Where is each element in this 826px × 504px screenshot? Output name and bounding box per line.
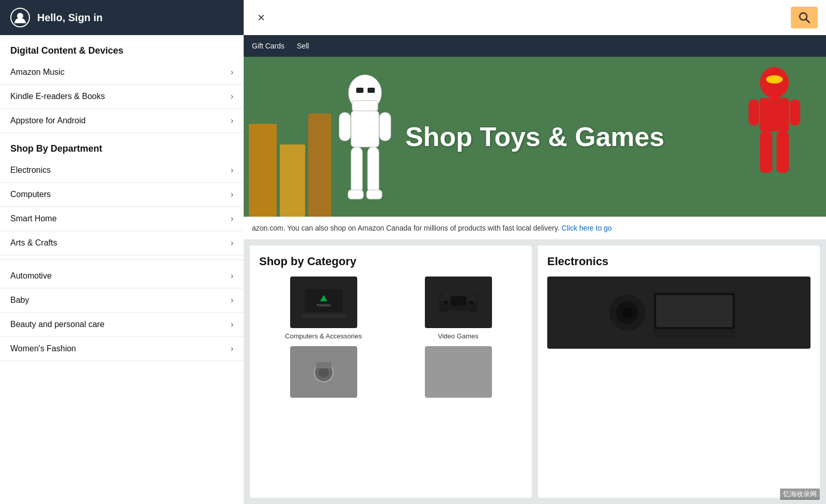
- chevron-icon: ›: [231, 92, 233, 101]
- svg-rect-12: [348, 190, 363, 199]
- electronics-title: Electronics: [547, 255, 811, 268]
- menu-item-appstore[interactable]: Appstore for Android ›: [0, 109, 244, 133]
- chevron-icon: ›: [231, 68, 233, 77]
- svg-rect-19: [776, 132, 789, 173]
- svg-rect-17: [790, 100, 800, 125]
- menu-item-automotive[interactable]: Automotive ›: [0, 264, 244, 288]
- menu-item-kindle-label: Kindle E-readers & Books: [10, 92, 105, 101]
- hero-banner: Shop Toys & Games: [244, 57, 826, 217]
- menu-item-baby-label: Baby: [10, 296, 29, 305]
- promo-text: azon.com. You can also shop on Amazon Ca…: [252, 224, 560, 232]
- chevron-icon: ›: [231, 166, 233, 175]
- svg-point-29: [468, 300, 474, 306]
- menu-item-baby[interactable]: Baby ›: [0, 288, 244, 313]
- svg-rect-15: [760, 98, 789, 132]
- camera-svg: [308, 358, 339, 386]
- menu-item-smart-home-label: Smart Home: [10, 214, 57, 223]
- menu-item-beauty-label: Beauty and personal care: [10, 320, 104, 329]
- menu-item-amazon-music-label: Amazon Music: [10, 68, 65, 77]
- svg-rect-25: [301, 314, 346, 318]
- menu-item-electronics[interactable]: Electronics ›: [0, 158, 244, 183]
- svg-rect-10: [351, 147, 362, 193]
- sidebar: Hello, Sign in Digital Content & Devices…: [0, 0, 244, 504]
- menu-item-computers-label: Computers: [10, 190, 51, 199]
- svg-rect-4: [352, 101, 378, 111]
- menu-divider: [0, 259, 244, 260]
- category-item-computers[interactable]: Predator Computers & Accessories: [259, 277, 388, 340]
- svg-rect-16: [749, 100, 759, 125]
- chevron-icon: ›: [231, 320, 233, 329]
- menu-item-automotive-label: Automotive: [10, 271, 52, 281]
- menu-item-womens-fashion[interactable]: Women's Fashion ›: [0, 337, 244, 361]
- svg-rect-6: [368, 88, 375, 93]
- svg-point-28: [442, 300, 449, 306]
- laptop-svg: Predator: [300, 286, 347, 319]
- svg-rect-8: [339, 112, 351, 141]
- promo-bar: azon.com. You can also shop on Amazon Ca…: [244, 217, 826, 239]
- electronics-collage-svg: [607, 282, 751, 344]
- svg-rect-27: [451, 296, 466, 305]
- video-games-label: Video Games: [438, 332, 479, 340]
- svg-rect-9: [379, 112, 391, 141]
- search-bar: ×: [244, 0, 826, 35]
- console-svg: [435, 286, 482, 319]
- search-input[interactable]: [277, 7, 785, 28]
- svg-rect-38: [656, 295, 733, 327]
- category-item-extra2[interactable]: [394, 346, 522, 402]
- svg-line-2: [806, 20, 810, 23]
- svg-text:Predator: Predator: [316, 303, 331, 307]
- category-sections: Shop by Category Predator Computers & Ac…: [244, 239, 826, 504]
- menu-item-beauty[interactable]: Beauty and personal care ›: [0, 313, 244, 337]
- menu-item-kindle[interactable]: Kindle E-readers & Books ›: [0, 85, 244, 109]
- nav-links-bar: Gift Cards Sell: [244, 35, 826, 57]
- signin-title: Hello, Sign in: [37, 12, 103, 24]
- chevron-icon: ›: [231, 214, 233, 223]
- svg-point-31: [319, 367, 329, 378]
- category-item-extra1[interactable]: [259, 346, 388, 402]
- chevron-icon: ›: [231, 344, 233, 353]
- svg-rect-7: [351, 111, 379, 147]
- video-games-img: [425, 277, 492, 328]
- category-item-video-games[interactable]: Video Games: [394, 277, 522, 340]
- shop-by-category-title: Shop by Category: [259, 255, 522, 268]
- svg-rect-13: [367, 190, 382, 199]
- section-heading-shop: Shop By Department: [0, 133, 244, 158]
- menu-item-electronics-label: Electronics: [10, 166, 51, 175]
- menu-item-appstore-label: Appstore for Android: [10, 116, 86, 125]
- nav-link-sell[interactable]: Sell: [297, 42, 309, 50]
- svg-rect-18: [760, 132, 772, 173]
- svg-rect-32: [316, 362, 331, 368]
- svg-point-20: [766, 75, 783, 84]
- search-submit-button[interactable]: [791, 7, 818, 28]
- close-button[interactable]: ×: [252, 8, 271, 27]
- shop-by-category-card: Shop by Category Predator Computers & Ac…: [250, 246, 532, 498]
- user-avatar-icon[interactable]: [10, 8, 30, 27]
- electronics-img: [547, 277, 811, 349]
- section-heading-digital: Digital Content & Devices: [0, 35, 244, 60]
- chevron-icon: ›: [231, 238, 233, 248]
- menu-item-smart-home[interactable]: Smart Home ›: [0, 207, 244, 231]
- chevron-icon: ›: [231, 116, 233, 125]
- menu-item-arts-crafts[interactable]: Arts & Crafts ›: [0, 231, 244, 255]
- hero-banner-text: Shop Toys & Games: [405, 121, 664, 152]
- menu-item-arts-crafts-label: Arts & Crafts: [10, 238, 57, 248]
- nav-link-gift-cards[interactable]: Gift Cards: [252, 42, 284, 50]
- svg-rect-11: [368, 147, 379, 193]
- sidebar-header[interactable]: Hello, Sign in: [0, 0, 244, 35]
- category-items-grid: Predator Computers & Accessories: [259, 277, 522, 402]
- extra1-img: [290, 346, 357, 398]
- menu-item-womens-fashion-label: Women's Fashion: [10, 344, 76, 353]
- chevron-icon: ›: [231, 190, 233, 199]
- extra2-img: [425, 346, 492, 398]
- search-icon: [799, 12, 810, 23]
- menu-item-amazon-music[interactable]: Amazon Music ›: [0, 60, 244, 85]
- svg-point-35: [622, 307, 632, 318]
- electronics-card: Electronics: [538, 246, 820, 498]
- chevron-icon: ›: [231, 271, 233, 281]
- menu-item-computers[interactable]: Computers ›: [0, 183, 244, 207]
- computers-img: Predator: [290, 277, 357, 328]
- close-icon: ×: [258, 10, 265, 25]
- chevron-icon: ›: [231, 296, 233, 305]
- promo-link[interactable]: Click here to go: [562, 224, 612, 232]
- computers-label: Computers & Accessories: [285, 332, 362, 340]
